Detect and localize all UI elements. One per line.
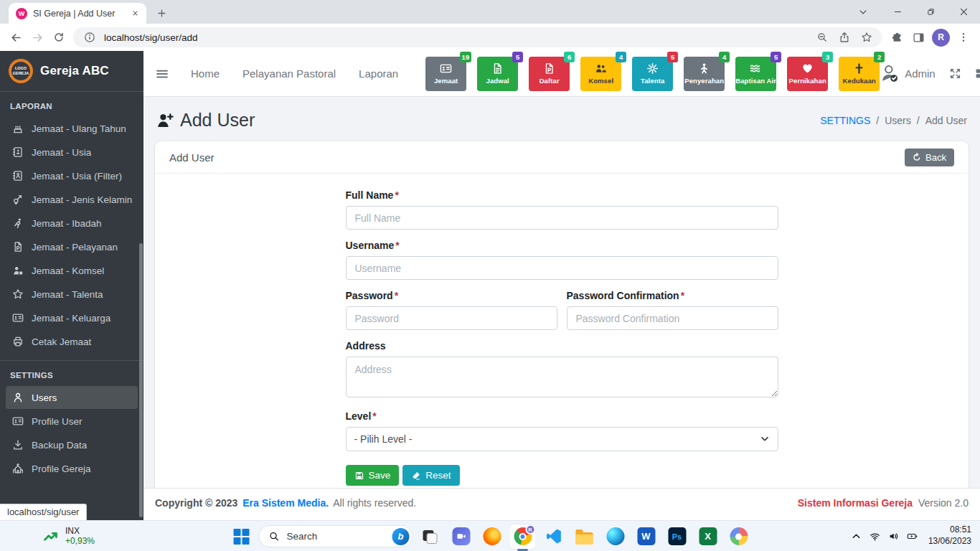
- fullscreen-icon[interactable]: [949, 67, 961, 80]
- chrome-button[interactable]: R: [509, 524, 537, 550]
- address-bar[interactable]: localhost/sig/user/add: [73, 27, 882, 47]
- hamburger-icon[interactable]: [155, 65, 169, 83]
- top-navbar: Home Pelayanan Pastoral Laporan Jemaat19…: [143, 51, 980, 97]
- breadcrumb-settings[interactable]: SETTINGS: [820, 115, 870, 126]
- excel-button[interactable]: X: [694, 524, 722, 550]
- vscode-button[interactable]: [540, 524, 567, 550]
- sidebar-item-jemaat-ibadah[interactable]: Jemaat - Ibadah: [6, 212, 138, 235]
- photoshop-icon: Ps: [668, 527, 686, 545]
- shortcut-tiles: Jemaat19Jadwal5Daftar6Komsel4Talenta5Pen…: [425, 57, 880, 91]
- water-icon: [750, 62, 762, 75]
- level-select[interactable]: - Pilih Level -: [346, 427, 778, 451]
- nav-tile-daftar[interactable]: Daftar6: [529, 57, 570, 91]
- book-icon: [12, 146, 24, 158]
- footer-company-link[interactable]: Era Sistem Media.: [242, 497, 329, 509]
- sidebar-item-jemaat-ulang-tahun[interactable]: Jemaat - Ulang Tahun: [6, 117, 138, 140]
- nav-tile-kedukaan[interactable]: Kedukaan2: [839, 57, 880, 91]
- photoshop-button[interactable]: Ps: [664, 524, 691, 550]
- sidebar-item-jemaat-jenis-kelamin[interactable]: Jemaat - Jenis Kelamin: [6, 188, 138, 211]
- browser-tab[interactable]: W SI Gereja | Add User: [9, 3, 146, 24]
- id-card-icon: [12, 312, 24, 324]
- zoom-icon[interactable]: [814, 29, 830, 45]
- new-tab-button[interactable]: [152, 4, 171, 22]
- taskbar-clock[interactable]: 08:51 13/06/2023: [928, 524, 971, 547]
- nav-tile-penyerahan[interactable]: Penyerahan4: [684, 57, 725, 91]
- back-button[interactable]: Back: [905, 149, 954, 166]
- nav-tile-baptisan-air[interactable]: Baptisan Air5: [735, 57, 776, 91]
- gender-icon: [12, 194, 24, 205]
- save-button[interactable]: Save: [346, 465, 400, 486]
- paint-button[interactable]: [725, 524, 753, 550]
- nav-link-laporan[interactable]: Laporan: [359, 67, 398, 80]
- stock-widget[interactable]: INX +0,93%: [43, 526, 95, 547]
- forward-icon[interactable]: [27, 27, 47, 47]
- restore-button[interactable]: [914, 0, 947, 24]
- tray-chevron-up-icon[interactable]: [851, 531, 862, 542]
- nav-tile-komsel[interactable]: Komsel4: [580, 57, 621, 91]
- sidebar-scrollbar[interactable]: [139, 243, 143, 517]
- reset-button[interactable]: Reset: [402, 465, 459, 486]
- reload-icon[interactable]: [49, 27, 69, 47]
- back-icon[interactable]: [6, 27, 26, 47]
- nav-tile-jemaat[interactable]: Jemaat19: [425, 57, 466, 91]
- nav-tile-talenta[interactable]: Talenta5: [632, 57, 673, 91]
- id-card-icon: [12, 415, 24, 427]
- extensions-puzzle-icon[interactable]: [889, 29, 905, 45]
- sidebar-item-label: Profile Gereja: [32, 463, 91, 474]
- sidebar-item-jemaat-pelayanan[interactable]: Jemaat - Pelayanan: [6, 235, 138, 258]
- sidebar-section-title-settings: SETTINGS: [0, 360, 143, 385]
- browser-menu-icon[interactable]: [956, 29, 971, 45]
- brand[interactable]: LOGO GEREJA Gereja ABC: [0, 51, 143, 92]
- sidebar-item-jemaat-talenta[interactable]: Jemaat - Talenta: [6, 283, 138, 306]
- sidebar-item-jemaat-keluarga[interactable]: Jemaat - Keluarga: [6, 306, 138, 329]
- sidebar-item-jemaat-komsel[interactable]: Jemaat - Komsel: [6, 259, 138, 282]
- user-menu[interactable]: Admin: [880, 64, 936, 83]
- sidebar-item-backup-data[interactable]: Backup Data: [6, 433, 138, 456]
- breadcrumb-current: Add User: [925, 115, 967, 126]
- sidebar-item-profile-gereja[interactable]: Profile Gereja: [6, 457, 138, 480]
- nav-tile-pernikahan[interactable]: Pernikahan3: [787, 57, 828, 91]
- nav-link-home[interactable]: Home: [191, 67, 220, 80]
- sidebar-item-jemaat-usia-filter[interactable]: Jemaat - Usia (Filter): [6, 164, 138, 187]
- nav-link-pelayanan-pastoral[interactable]: Pelayanan Pastoral: [242, 67, 336, 80]
- address-field[interactable]: [346, 357, 778, 397]
- minimize-button[interactable]: [881, 0, 914, 24]
- nav-tile-jadwal[interactable]: Jadwal5: [477, 57, 518, 91]
- password-confirmation-field[interactable]: [567, 306, 778, 330]
- task-view-button[interactable]: [417, 524, 444, 550]
- sidebar-item-jemaat-usia[interactable]: Jemaat - Usia: [6, 141, 138, 164]
- sidebar-item-cetak-jemaat[interactable]: Cetak Jemaat: [6, 330, 138, 353]
- file-explorer-button[interactable]: [571, 524, 598, 550]
- bookmark-star-icon[interactable]: [859, 29, 875, 45]
- edge-button[interactable]: [602, 524, 629, 550]
- sidebar-item-users[interactable]: Users: [6, 386, 138, 409]
- url-text[interactable]: localhost/sig/user/add: [104, 32, 808, 43]
- tile-label: Penyerahan: [684, 77, 724, 85]
- paint-icon: [730, 527, 748, 545]
- password-field[interactable]: [346, 306, 557, 330]
- side-panel-icon[interactable]: [910, 29, 926, 45]
- breadcrumb-users[interactable]: Users: [885, 115, 911, 126]
- tab-search-icon[interactable]: [852, 0, 874, 24]
- tab-close-icon[interactable]: [129, 8, 141, 19]
- battery-charging-icon[interactable]: [907, 531, 918, 542]
- start-button[interactable]: [228, 524, 255, 550]
- teams-chat-button[interactable]: [448, 524, 475, 550]
- apps-grid-icon[interactable]: [975, 67, 980, 80]
- full-name-field[interactable]: [346, 206, 778, 230]
- site-info-icon[interactable]: [82, 29, 98, 45]
- browser-tab-bar: W SI Gereja | Add User: [0, 0, 980, 24]
- username-field[interactable]: [346, 256, 778, 280]
- volume-icon[interactable]: [888, 531, 899, 542]
- browser-profile-avatar[interactable]: R: [932, 29, 950, 47]
- taskbar-search[interactable]: Search b: [259, 525, 413, 547]
- close-button[interactable]: [947, 0, 980, 24]
- sidebar-item-profile-user[interactable]: Profile User: [6, 410, 138, 433]
- share-icon[interactable]: [837, 29, 852, 45]
- sidebar-item-label: Backup Data: [32, 440, 87, 451]
- firefox-button[interactable]: [479, 524, 506, 550]
- wifi-icon[interactable]: [870, 531, 880, 542]
- word-button[interactable]: W: [633, 524, 660, 550]
- bing-icon: b: [392, 528, 410, 545]
- file-p-icon: [543, 62, 555, 75]
